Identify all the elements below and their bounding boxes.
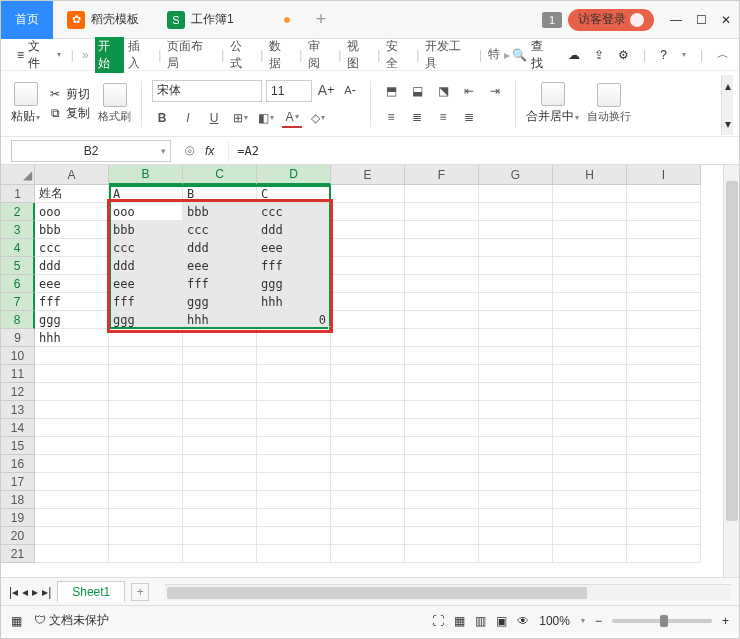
align-right-button[interactable]: ≡ [433, 107, 453, 127]
cell[interactable] [109, 455, 183, 473]
fill-color-button[interactable]: ◧▾ [256, 108, 276, 128]
row-header[interactable]: 8 [1, 311, 35, 329]
cell[interactable]: ddd [35, 257, 109, 275]
cell[interactable] [479, 473, 553, 491]
cell[interactable] [331, 293, 405, 311]
cell[interactable] [109, 491, 183, 509]
name-box[interactable]: B2 [11, 140, 171, 162]
cell[interactable] [109, 473, 183, 491]
help-icon[interactable]: ? [660, 48, 667, 62]
cell[interactable] [479, 455, 553, 473]
share-icon[interactable]: ⇪ [594, 48, 604, 62]
align-left-button[interactable]: ≡ [381, 107, 401, 127]
cell[interactable]: eee [257, 239, 331, 257]
cell[interactable] [405, 455, 479, 473]
row-header[interactable]: 15 [1, 437, 35, 455]
cell[interactable] [109, 347, 183, 365]
decrease-font-icon[interactable]: A- [340, 80, 360, 100]
cell[interactable] [109, 383, 183, 401]
cell[interactable] [183, 527, 257, 545]
collapse-ribbon-icon[interactable]: ︿ [717, 46, 729, 63]
menu-insert[interactable]: 插入 [126, 38, 154, 72]
cell[interactable] [553, 437, 627, 455]
cell[interactable]: ccc [35, 239, 109, 257]
cell[interactable] [405, 473, 479, 491]
cell[interactable] [553, 257, 627, 275]
align-top-button[interactable]: ⬒ [381, 81, 401, 101]
row-header[interactable]: 2 [1, 203, 35, 221]
cell[interactable]: hhh [183, 311, 257, 329]
cell[interactable]: fff [183, 275, 257, 293]
copy-button[interactable]: ⧉复制 [48, 105, 90, 122]
font-family-select[interactable] [152, 80, 262, 102]
cell[interactable] [479, 437, 553, 455]
cell[interactable] [109, 365, 183, 383]
cell[interactable] [331, 239, 405, 257]
menu-devtools[interactable]: 开发工具 [423, 38, 475, 72]
cell[interactable] [35, 437, 109, 455]
sheet-next-icon[interactable]: ▸ [32, 585, 38, 599]
cell[interactable] [183, 545, 257, 563]
cell[interactable] [257, 473, 331, 491]
cell[interactable] [331, 437, 405, 455]
row-header[interactable]: 12 [1, 383, 35, 401]
cell[interactable]: bbb [35, 221, 109, 239]
row-header[interactable]: 9 [1, 329, 35, 347]
cell[interactable]: A [109, 185, 183, 203]
cloud-icon[interactable]: ☁ [568, 48, 580, 62]
cell[interactable] [257, 509, 331, 527]
cell[interactable] [109, 329, 183, 347]
col-header[interactable]: B [109, 165, 183, 185]
vertical-scrollbar[interactable] [723, 165, 739, 577]
cell[interactable]: eee [183, 257, 257, 275]
cell[interactable]: eee [35, 275, 109, 293]
cell[interactable]: B [183, 185, 257, 203]
justify-button[interactable]: ≣ [459, 107, 479, 127]
cell[interactable] [331, 509, 405, 527]
cell[interactable] [35, 365, 109, 383]
col-header[interactable]: E [331, 165, 405, 185]
cell[interactable]: 0 [257, 311, 331, 329]
cell[interactable] [479, 257, 553, 275]
cell[interactable] [405, 329, 479, 347]
cell[interactable] [553, 401, 627, 419]
cell[interactable] [405, 491, 479, 509]
fill-handle[interactable] [328, 326, 334, 332]
row-header[interactable]: 4 [1, 239, 35, 257]
cell[interactable] [257, 527, 331, 545]
cell[interactable] [257, 347, 331, 365]
row-header[interactable]: 20 [1, 527, 35, 545]
cell[interactable] [183, 473, 257, 491]
cell[interactable] [627, 329, 701, 347]
cell[interactable] [627, 401, 701, 419]
row-header[interactable]: 11 [1, 365, 35, 383]
cell[interactable] [553, 509, 627, 527]
grid-icon[interactable]: ▦ [11, 614, 22, 628]
cut-button[interactable]: ✂剪切 [48, 86, 90, 103]
cell[interactable] [331, 491, 405, 509]
col-header[interactable]: C [183, 165, 257, 185]
cell[interactable] [405, 293, 479, 311]
cell[interactable] [331, 473, 405, 491]
paste-button[interactable]: 粘贴▾ [11, 82, 40, 125]
cell[interactable] [553, 527, 627, 545]
sheet-first-icon[interactable]: |◂ [9, 585, 18, 599]
zoom-level[interactable]: 100% [539, 614, 570, 628]
cell[interactable] [405, 383, 479, 401]
cell[interactable] [405, 401, 479, 419]
cell[interactable] [627, 293, 701, 311]
menu-file[interactable]: ≡ 文件 ▾ [11, 38, 67, 72]
cell[interactable] [479, 221, 553, 239]
wrap-text-button[interactable]: 自动换行 [587, 83, 631, 124]
cell[interactable] [553, 275, 627, 293]
cell[interactable] [627, 527, 701, 545]
row-header[interactable]: 3 [1, 221, 35, 239]
cell[interactable] [553, 185, 627, 203]
merge-cells-button[interactable]: 合并居中▾ [526, 82, 579, 125]
cell[interactable] [405, 311, 479, 329]
cell[interactable] [479, 383, 553, 401]
cell[interactable] [183, 419, 257, 437]
cell[interactable] [109, 509, 183, 527]
row-header[interactable]: 16 [1, 455, 35, 473]
cell[interactable] [331, 221, 405, 239]
